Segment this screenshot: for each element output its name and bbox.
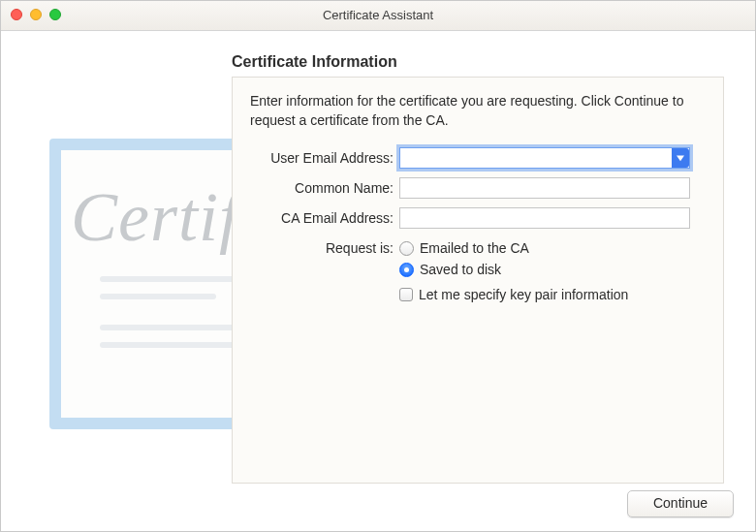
continue-button[interactable]: Continue [627, 490, 734, 517]
label-user-email: User Email Address: [250, 150, 394, 166]
page-title: Certificate Information [232, 53, 397, 71]
minimize-icon[interactable] [30, 9, 42, 20]
user-email-field[interactable] [399, 147, 690, 169]
form-grid: User Email Address: Common Name: CA Emai… [250, 147, 706, 305]
label-common-name: Common Name: [250, 180, 394, 196]
checkbox-icon [399, 288, 413, 301]
traffic-lights [11, 9, 61, 20]
content-area: Certificate Certificate Information Ente… [1, 30, 755, 531]
radio-emailed[interactable]: Emailed to the CA [399, 237, 706, 259]
ca-email-field[interactable] [399, 207, 690, 229]
radio-saved[interactable]: Saved to disk [399, 259, 706, 280]
chevron-down-icon[interactable] [672, 148, 689, 168]
common-name-field[interactable] [399, 177, 690, 199]
label-request-is: Request is: [250, 237, 394, 256]
radio-icon-selected [399, 263, 414, 277]
radio-label: Saved to disk [420, 262, 501, 277]
label-ca-email: CA Email Address: [250, 210, 394, 226]
maximize-icon[interactable] [49, 9, 61, 20]
window: Certificate Assistant Certificate Certif… [0, 0, 756, 532]
titlebar: Certificate Assistant [1, 1, 755, 31]
form-panel: Enter information for the certificate yo… [232, 77, 724, 484]
checkbox-label: Let me specify key pair information [419, 287, 628, 302]
window-title: Certificate Assistant [323, 8, 433, 22]
radio-label: Emailed to the CA [420, 240, 529, 256]
instruction-text: Enter information for the certificate yo… [250, 91, 706, 130]
request-options-group: Emailed to the CA Saved to disk Let me s… [399, 237, 706, 305]
checkbox-keypair[interactable]: Let me specify key pair information [399, 284, 706, 305]
close-icon[interactable] [11, 9, 22, 20]
radio-icon [399, 241, 414, 256]
svg-marker-2 [677, 156, 684, 162]
